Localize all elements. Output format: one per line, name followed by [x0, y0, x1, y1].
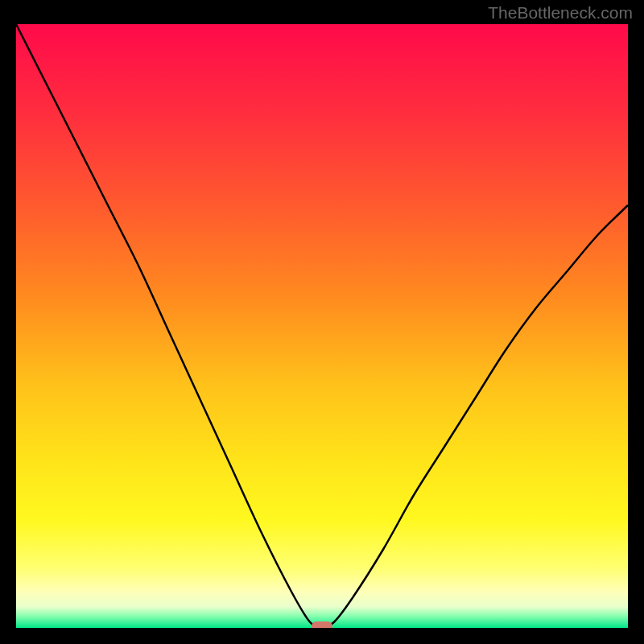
optimal-marker — [312, 621, 332, 628]
plot-area — [16, 24, 628, 628]
watermark-text: TheBottleneck.com — [488, 3, 633, 23]
bottleneck-curve — [16, 24, 628, 628]
chart-container: TheBottleneck.com — [0, 0, 644, 644]
